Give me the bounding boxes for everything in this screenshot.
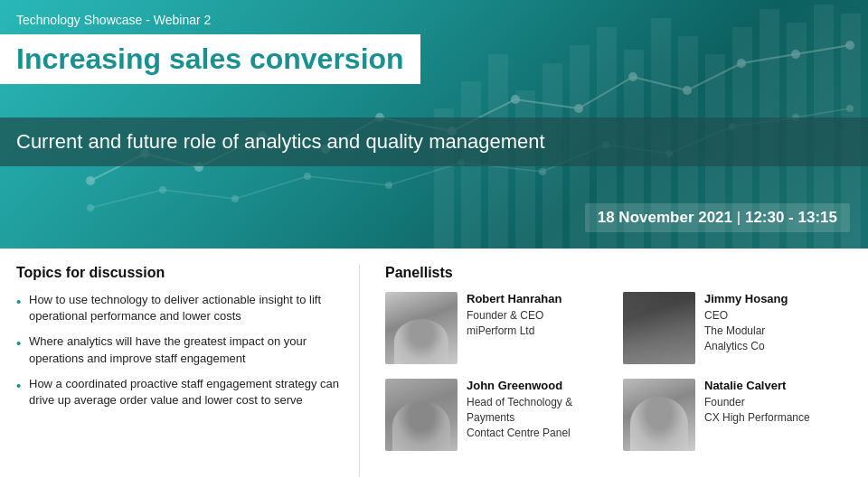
panellists-section: Panellists Robert Hanrahan Founder & CEO… <box>378 265 852 477</box>
topic-item: How a coordinated proactive staff engage… <box>16 376 344 408</box>
panellist-item: John Greenwood Head of Technology &Payme… <box>385 379 614 451</box>
panellist-name: John Greenwood <box>467 379 614 392</box>
svg-point-26 <box>683 86 692 95</box>
panellist-info-natalie: Natalie Calvert FounderCX High Performan… <box>704 379 852 426</box>
panellist-photo-robert <box>385 292 458 364</box>
panellist-role: CEOThe ModularAnalytics Co <box>704 308 852 353</box>
panellist-item: Jimmy Hosang CEOThe ModularAnalytics Co <box>623 292 852 364</box>
panellist-role: FounderCX High Performance <box>704 395 852 426</box>
date-box: 18 November 2021 | 12:30 - 13:15 <box>585 203 850 232</box>
panellist-role: Head of Technology &PaymentsContact Cent… <box>467 395 614 440</box>
topics-title: Topics for discussion <box>16 265 344 281</box>
webinar-label: Technology Showcase - Webinar 2 <box>16 13 211 27</box>
banner: Technology Showcase - Webinar 2 Increasi… <box>0 0 868 249</box>
title-box: Increasing sales conversion <box>0 34 420 84</box>
panellist-info-jimmy: Jimmy Hosang CEOThe ModularAnalytics Co <box>704 292 852 353</box>
content-area: Topics for discussion How to use technol… <box>0 249 868 488</box>
svg-point-27 <box>737 59 746 68</box>
panellist-name: Robert Hanrahan <box>467 292 614 305</box>
svg-point-34 <box>385 182 392 189</box>
svg-point-36 <box>539 168 546 175</box>
event-date: 18 November 2021 | 12:30 - 13:15 <box>598 209 837 227</box>
panellist-item: Natalie Calvert FounderCX High Performan… <box>623 379 852 451</box>
svg-point-25 <box>628 72 637 81</box>
panellist-photo-john <box>385 379 458 451</box>
topic-item: Where analytics will have the greatest i… <box>16 333 344 366</box>
panellist-role: Founder & CEOmiPerform Ltd <box>467 308 614 339</box>
svg-point-41 <box>846 105 854 112</box>
panellist-info-robert: Robert Hanrahan Founder & CEOmiPerform L… <box>467 292 614 339</box>
panellist-photo-natalie <box>623 379 695 451</box>
svg-point-30 <box>87 204 94 211</box>
svg-point-31 <box>159 186 166 193</box>
svg-point-29 <box>845 41 854 50</box>
svg-point-23 <box>511 95 520 104</box>
panellist-info-john: John Greenwood Head of Technology &Payme… <box>467 379 614 440</box>
svg-point-24 <box>574 104 583 113</box>
subtitle-box: Current and future role of analytics and… <box>0 117 868 166</box>
panellist-item: Robert Hanrahan Founder & CEOmiPerform L… <box>385 292 614 364</box>
topic-list: How to use technology to deliver actiona… <box>16 292 344 408</box>
svg-point-32 <box>231 195 239 202</box>
page-title: Increasing sales conversion <box>16 43 404 75</box>
svg-point-28 <box>791 50 800 59</box>
panellist-name: Jimmy Hosang <box>704 292 852 305</box>
panellist-name: Natalie Calvert <box>704 379 852 392</box>
svg-point-16 <box>86 176 95 185</box>
panellists-grid: Robert Hanrahan Founder & CEOmiPerform L… <box>385 292 852 451</box>
banner-subtitle: Current and future role of analytics and… <box>16 130 852 154</box>
topic-item: How to use technology to deliver actiona… <box>16 292 344 324</box>
topics-section: Topics for discussion How to use technol… <box>16 265 360 477</box>
svg-point-33 <box>304 173 311 180</box>
panellist-photo-jimmy <box>623 292 695 364</box>
panellists-title: Panellists <box>385 265 852 281</box>
